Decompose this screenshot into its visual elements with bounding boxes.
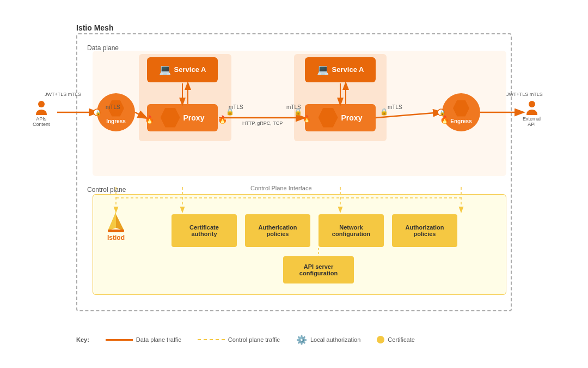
key-label: Key: [76, 336, 89, 343]
chip-icon-left: 💻 [159, 64, 171, 76]
key-data-plane-label: Data plane traffic [136, 336, 181, 343]
key-local-auth-label: Local authorization [310, 336, 360, 343]
istiod-icon [102, 209, 130, 236]
key-control-plane-label: Control plane traffic [228, 336, 280, 343]
istio-mesh-label: Istio Mesh [76, 23, 113, 32]
flame-proxy-left-right: 🔥 [218, 115, 227, 124]
lock-2: 🔒 [294, 108, 302, 116]
service-a-left: 💻 Service A [147, 57, 218, 82]
key-control-plane: Control plane traffic [198, 336, 280, 343]
cp-interface-label: Control Plane Interface [250, 185, 312, 191]
key-cert-dot [377, 336, 384, 343]
key-section: Key: Data plane traffic Control plane tr… [76, 335, 415, 345]
jwt-tls-right-label: JWT+TLS mTLS [506, 92, 543, 97]
hexagon-egress [453, 100, 469, 117]
svg-point-1 [529, 101, 535, 107]
egress-box: Engress [442, 93, 480, 131]
person-left: APIsContent [33, 100, 50, 127]
protocol-label: HTTP, gRPC, TCP [242, 120, 283, 126]
jwt-tls-left-label: JWT+TLS mTLS [45, 92, 81, 97]
lock-3: 🔒 [380, 108, 388, 116]
lock-1: 🔒 [226, 108, 234, 116]
external-api-label: ExternalAPI [523, 116, 541, 127]
key-line-dashed [198, 339, 225, 340]
key-local-auth: ⚙️ Local authorization [296, 335, 360, 345]
person-icon-left [33, 100, 50, 116]
chip-icon-right: 💻 [317, 64, 329, 76]
istiod-box: Istiod [102, 209, 130, 242]
apis-content-label: APIsContent [33, 116, 50, 127]
control-plane-label: Control plane [87, 186, 126, 194]
authz-policies-box: Authorization policies [392, 214, 457, 247]
key-local-auth-icon: ⚙️ [296, 335, 307, 345]
data-plane-label: Data plane [87, 44, 119, 52]
person-right: ExternalAPI [523, 100, 541, 127]
service-a-right: 💻 Service A [305, 57, 376, 82]
person-icon-right [524, 100, 540, 116]
api-server-box: API server configuration [283, 256, 354, 283]
flame-egress: 🔥 [440, 115, 449, 124]
key-certificate: Certificate [377, 336, 415, 343]
svg-point-0 [38, 101, 45, 107]
flame-proxy-right-left: 🔥 [303, 115, 311, 123]
proxy-right: Proxy [305, 104, 376, 131]
svg-marker-2 [108, 212, 116, 231]
mtls-label-1: mTLS [106, 104, 120, 110]
auth-policies-box: Autherication policies [245, 214, 310, 247]
network-config-box: Network configuration [318, 214, 384, 247]
flame-ingress: 🔥 [145, 115, 154, 124]
key-line-solid [106, 339, 133, 341]
key-data-plane: Data plane traffic [106, 336, 181, 343]
svg-marker-3 [116, 214, 124, 231]
cert-authority-box: Certificate authority [171, 214, 237, 247]
mtls-label-4: mTLS [388, 104, 402, 110]
svg-rect-4 [108, 230, 124, 232]
diagram-container: Istio Mesh Data plane 💻 Service A 💻 Serv… [16, 13, 572, 356]
ingress-box: Ingress [97, 93, 135, 131]
proxy-left: Proxy [147, 104, 218, 131]
hexagon-proxy-right [318, 108, 338, 128]
key-certificate-label: Certificate [388, 336, 415, 343]
hexagon-proxy-left [161, 108, 180, 128]
